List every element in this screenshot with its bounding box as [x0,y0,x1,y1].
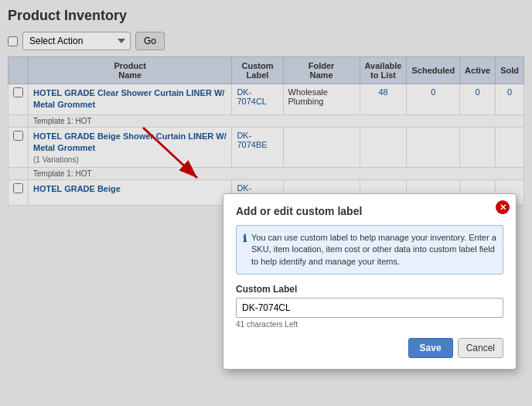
info-box: ℹ You can use custom label to help manag… [236,225,503,275]
modal-dialog: Add or edit custom label ✕ ℹ You can use… [223,193,517,370]
modal-close-button[interactable]: ✕ [496,200,510,214]
modal-buttons: Save Cancel [236,338,503,358]
info-text: You can use custom label to help manage … [251,232,496,268]
custom-label-field-label: Custom Label [236,284,503,295]
main-container: Product Inventory Select Action Go Produ… [0,0,532,406]
chars-left-label: 41 characters Left [236,320,503,329]
save-button[interactable]: Save [408,338,453,358]
modal-overlay: Add or edit custom label ✕ ℹ You can use… [0,0,532,406]
modal-title: Add or edit custom label [236,205,503,217]
cancel-button[interactable]: Cancel [458,338,503,358]
custom-label-input[interactable] [236,298,503,318]
info-icon: ℹ [243,232,247,268]
